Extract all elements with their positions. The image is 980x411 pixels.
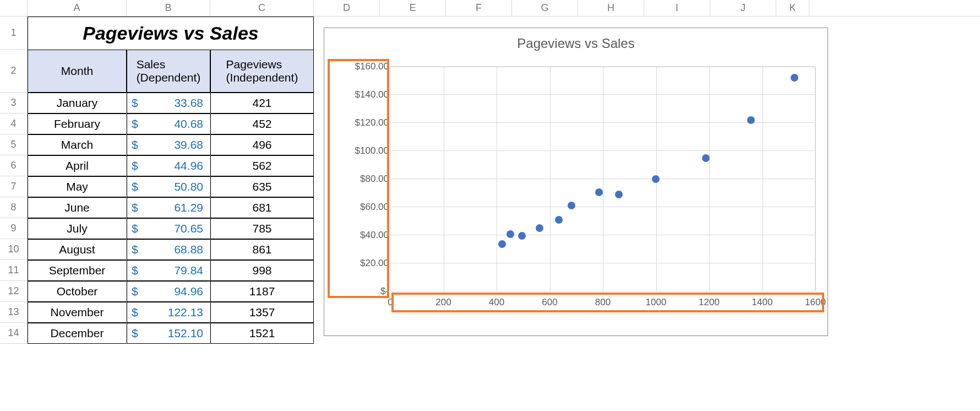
col-header-i[interactable]: I bbox=[644, 0, 710, 16]
table-cell-month[interactable]: January bbox=[28, 93, 127, 113]
chart-gridline-h bbox=[390, 263, 815, 263]
table-cell-pageviews[interactable]: 452 bbox=[210, 113, 314, 134]
dollar-sign-icon: $ bbox=[132, 159, 138, 172]
col-header-j[interactable]: J bbox=[710, 0, 776, 16]
row-header-9[interactable]: 9 bbox=[0, 218, 28, 239]
row-header-3[interactable]: 3 bbox=[0, 93, 28, 113]
table-cell-pageviews[interactable]: 1357 bbox=[210, 302, 314, 323]
table-cell-month[interactable]: October bbox=[28, 281, 127, 302]
table-cell-month[interactable]: December bbox=[28, 323, 127, 344]
row-header-12[interactable]: 12 bbox=[0, 281, 28, 302]
col-header-a[interactable]: A bbox=[28, 0, 127, 17]
select-all-corner[interactable] bbox=[0, 0, 28, 17]
chart-gridline-v bbox=[550, 67, 551, 291]
chart-gridline-h bbox=[390, 150, 815, 151]
col-header-b[interactable]: B bbox=[127, 0, 210, 17]
chart-data-point bbox=[518, 232, 526, 240]
sales-value: 44.96 bbox=[174, 159, 203, 172]
dollar-sign-icon: $ bbox=[132, 180, 138, 193]
table-header-pageviews[interactable]: Pageviews (Independent) bbox=[210, 50, 314, 93]
table-cell-sales[interactable]: $61.29 bbox=[127, 197, 210, 218]
table-cell-sales[interactable]: $40.68 bbox=[127, 113, 210, 134]
table-header-sales[interactable]: Sales (Dependent) bbox=[127, 50, 210, 93]
table-cell-sales[interactable]: $33.68 bbox=[127, 93, 210, 113]
col-header-k[interactable]: K bbox=[776, 0, 809, 16]
row-header-8[interactable]: 8 bbox=[0, 197, 28, 218]
table-cell-month[interactable]: March bbox=[28, 134, 127, 155]
table-cell-sales[interactable]: $152.10 bbox=[127, 323, 210, 344]
table-cell-pageviews[interactable]: 1521 bbox=[210, 323, 314, 344]
table-cell-month[interactable]: July bbox=[28, 218, 127, 239]
dollar-sign-icon: $ bbox=[132, 201, 138, 214]
row-header-7[interactable]: 7 bbox=[0, 176, 28, 197]
col-header-h[interactable]: H bbox=[578, 0, 644, 16]
row-header-5[interactable]: 5 bbox=[0, 134, 28, 155]
table-cell-sales[interactable]: $44.96 bbox=[127, 155, 210, 176]
dollar-sign-icon: $ bbox=[132, 117, 138, 131]
table-cell-month[interactable]: November bbox=[28, 302, 127, 323]
row-header-13[interactable]: 13 bbox=[0, 302, 28, 323]
col-header-e[interactable]: E bbox=[380, 0, 446, 16]
sales-value: 40.68 bbox=[174, 117, 203, 131]
col-header-c[interactable]: C bbox=[210, 0, 314, 17]
table-cell-pageviews[interactable]: 496 bbox=[210, 134, 314, 155]
table-cell-sales[interactable]: $70.65 bbox=[127, 218, 210, 239]
sales-value: 79.84 bbox=[174, 264, 203, 277]
row-header-1[interactable]: 1 bbox=[0, 17, 28, 50]
chart-gridline-v bbox=[497, 67, 497, 291]
table-cell-pageviews[interactable]: 635 bbox=[210, 176, 314, 197]
row-header-6[interactable]: 6 bbox=[0, 155, 28, 176]
row-header-10[interactable]: 10 bbox=[0, 239, 28, 260]
sales-value: 61.29 bbox=[174, 201, 203, 214]
y-axis-highlight-box bbox=[328, 59, 389, 298]
table-cell-sales[interactable]: $79.84 bbox=[127, 260, 210, 281]
table-cell-sales[interactable]: $122.13 bbox=[127, 302, 210, 323]
dollar-sign-icon: $ bbox=[132, 96, 138, 110]
table-cell-month[interactable]: April bbox=[28, 155, 127, 176]
row-header-11[interactable]: 11 bbox=[0, 260, 28, 281]
chart-data-point bbox=[702, 154, 710, 162]
col-header-g[interactable]: G bbox=[512, 0, 578, 16]
table-cell-sales[interactable]: $68.88 bbox=[127, 239, 210, 260]
x-axis-highlight-box bbox=[391, 293, 824, 312]
page-title[interactable]: Pageviews vs Sales bbox=[28, 17, 314, 50]
col-header-d[interactable]: D bbox=[314, 0, 380, 16]
row-header-4[interactable]: 4 bbox=[0, 113, 28, 134]
table-cell-month[interactable]: June bbox=[28, 197, 127, 218]
table-cell-month[interactable]: May bbox=[28, 176, 127, 197]
dollar-sign-icon: $ bbox=[132, 327, 138, 340]
chart-gridline-v bbox=[709, 67, 710, 291]
chart-data-point bbox=[507, 230, 514, 238]
chart-plot-area bbox=[390, 67, 815, 291]
sales-value: 68.88 bbox=[174, 243, 203, 256]
col-header-f[interactable]: F bbox=[446, 0, 512, 16]
sales-value: 70.65 bbox=[174, 222, 203, 235]
table-cell-pageviews[interactable]: 681 bbox=[210, 197, 314, 218]
chart-gridline-v bbox=[390, 67, 391, 291]
scatter-chart[interactable]: Pageviews vs Sales$-$20.00$40.00$60.00$8… bbox=[324, 28, 828, 336]
table-cell-sales[interactable]: $50.80 bbox=[127, 176, 210, 197]
chart-data-point bbox=[555, 216, 563, 224]
table-cell-pageviews[interactable]: 562 bbox=[210, 155, 314, 176]
table-cell-pageviews[interactable]: 861 bbox=[210, 239, 314, 260]
table-cell-month[interactable]: February bbox=[28, 113, 127, 134]
table-cell-pageviews[interactable]: 998 bbox=[210, 260, 314, 281]
table-cell-pageviews[interactable]: 421 bbox=[210, 93, 314, 113]
dollar-sign-icon: $ bbox=[132, 285, 138, 298]
row-header-2[interactable]: 2 bbox=[0, 50, 28, 93]
chart-data-point bbox=[652, 175, 660, 183]
table-cell-pageviews[interactable]: 1187 bbox=[210, 281, 314, 302]
table-cell-month[interactable]: September bbox=[28, 260, 127, 281]
table-cell-pageviews[interactable]: 785 bbox=[210, 218, 314, 239]
dollar-sign-icon: $ bbox=[132, 138, 138, 152]
table-cell-sales[interactable]: $39.68 bbox=[127, 134, 210, 155]
table-header-month[interactable]: Month bbox=[28, 50, 127, 93]
table-cell-sales[interactable]: $94.96 bbox=[127, 281, 210, 302]
table-cell-month[interactable]: August bbox=[28, 239, 127, 260]
chart-data-point bbox=[595, 188, 603, 196]
chart-gridline-v bbox=[815, 67, 816, 291]
row-header-14[interactable]: 14 bbox=[0, 323, 28, 344]
chart-gridline-v bbox=[603, 67, 603, 291]
dollar-sign-icon: $ bbox=[132, 264, 138, 277]
chart-gridline-v bbox=[763, 67, 763, 291]
